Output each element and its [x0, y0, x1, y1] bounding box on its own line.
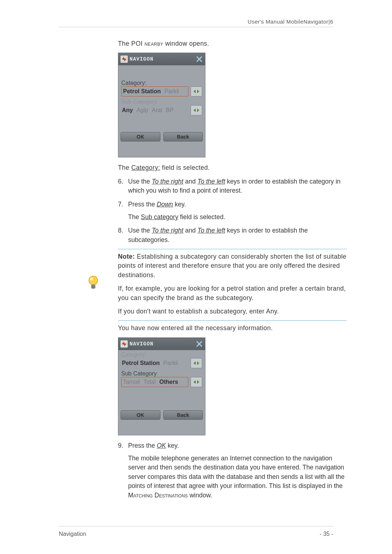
footer-section: Navigation: [59, 531, 86, 537]
step-number: 7.: [118, 200, 123, 209]
text: Press the: [128, 201, 157, 208]
picker-nav-button[interactable]: [191, 105, 202, 115]
text: Use the: [128, 227, 152, 234]
sub-paragraph: The mobile telephone generates an Intern…: [128, 454, 347, 500]
text: window.: [188, 492, 212, 499]
category-label: Category:: [121, 80, 202, 86]
key-name: To the left: [197, 178, 225, 185]
sub-paragraph: The Sub category field is selected.: [128, 213, 347, 222]
text: and: [183, 178, 197, 185]
picker-opt: Aral: [152, 107, 162, 114]
ok-button[interactable]: OK: [121, 132, 160, 141]
paragraph: You have now entered all the necessary i…: [118, 324, 347, 333]
text: Establishing a subcategory can considera…: [118, 253, 346, 279]
svg-point-7: [89, 276, 98, 285]
picker-selected: Any: [122, 107, 133, 114]
note-paragraph: If, for example, you are looking for a p…: [118, 284, 347, 303]
spacer: [118, 388, 205, 408]
page-number: - 35 -: [320, 531, 333, 537]
picker-next: Parkii: [164, 88, 179, 95]
text: key.: [166, 442, 179, 449]
navigon-logo-icon: [121, 56, 128, 63]
category-field: Category: Petrol Station Parkii: [118, 78, 205, 97]
text: field is selected.: [178, 213, 225, 221]
subcategory-picker[interactable]: Tamoil Total Others: [121, 377, 188, 387]
note-paragraph: Note: Establishing a subcategory can con…: [118, 252, 347, 280]
picker-nav-button[interactable]: [191, 358, 202, 368]
picker-selected: Petrol Station: [122, 360, 160, 366]
picker-next: Parkii: [163, 360, 178, 366]
picker-opt: Total: [143, 379, 156, 385]
svg-point-8: [90, 278, 93, 280]
page-header: User's Manual MobileNavigator|6: [248, 19, 333, 25]
svg-marker-6: [197, 108, 199, 112]
step-item-8: 8. Use the To the right and To the left …: [118, 226, 347, 245]
gps-status-icon: [196, 56, 203, 63]
svg-marker-5: [193, 108, 196, 112]
text: key.: [173, 201, 186, 208]
note-block: Note: Establishing a subcategory can con…: [118, 252, 347, 316]
note-rule: [118, 320, 347, 321]
content-area: The POI nearby window opens. NAVIGON Cat…: [118, 39, 347, 504]
phone-titlebar: NAVIGON: [118, 53, 205, 65]
step-item-9: 9. Press the OK key. The mobile telephon…: [118, 441, 347, 500]
brand: NAVIGON: [121, 340, 154, 348]
step-list-2: 9. Press the OK key. The mobile telephon…: [118, 441, 347, 500]
category-picker[interactable]: Petrol Station Parkii: [121, 358, 188, 368]
picker-nav-button[interactable]: [191, 86, 202, 97]
picker-opt: Tamoil: [123, 379, 140, 385]
back-button[interactable]: Back: [163, 132, 203, 141]
gps-status-icon: [196, 340, 203, 348]
text: field is selected.: [160, 164, 210, 171]
note-rule: [118, 249, 347, 249]
category-label: Category:: [121, 352, 202, 358]
ok-button[interactable]: OK: [121, 410, 160, 420]
key-name: To the right: [152, 178, 183, 185]
svg-marker-4: [197, 90, 199, 93]
note-wrapper: Note: Establishing a subcategory can con…: [118, 249, 347, 321]
brand-text: NAVIGON: [130, 56, 154, 62]
spacer: [118, 65, 205, 78]
subcategory-picker[interactable]: Any Agip Aral BP: [121, 106, 188, 115]
text: and: [183, 227, 197, 234]
header-rule: [59, 27, 333, 27]
svg-marker-12: [122, 341, 127, 346]
svg-marker-16: [197, 361, 199, 365]
note-paragraph: If you don't want to establish a subcate…: [118, 307, 347, 316]
step-number: 6.: [118, 177, 123, 186]
softkey-bar: OK Back: [118, 408, 205, 422]
svg-marker-15: [193, 361, 196, 365]
text: window opens.: [163, 40, 209, 47]
picker-selected: Others: [159, 379, 178, 385]
subcategory-label: Sub Category: [121, 99, 202, 105]
page: User's Manual MobileNavigator|6 The POI …: [0, 0, 392, 554]
step-item-6: 6. Use the To the right and To the left …: [118, 177, 347, 196]
text: The: [118, 164, 131, 171]
text-underline: Sub category: [141, 213, 178, 221]
text: The mobile telephone generates an Intern…: [128, 455, 344, 489]
svg-marker-18: [197, 380, 199, 384]
text-smallcaps: nearby: [144, 40, 163, 47]
picker-opt: BP: [166, 107, 173, 114]
softkey-bar: OK Back: [118, 130, 205, 144]
subcategory-field: Sub Category Tamoil Total Others: [118, 369, 205, 388]
phone-screenshot-2: NAVIGON Category: Petrol Station Parkii: [118, 337, 205, 435]
subcategory-label: Sub Category: [121, 370, 202, 377]
footer-rule: [59, 526, 333, 526]
text: The: [128, 213, 141, 221]
category-picker[interactable]: Petrol Station Parkii: [121, 86, 188, 97]
step-number: 8.: [118, 226, 123, 235]
text: The POI: [118, 40, 144, 47]
back-button[interactable]: Back: [163, 410, 203, 420]
picker-opt: Agip: [136, 107, 148, 114]
navigon-logo-icon: [121, 340, 128, 348]
phone-titlebar: NAVIGON: [118, 338, 205, 350]
phone-screenshot-1: NAVIGON Category: Petrol Station Parkii: [118, 53, 205, 157]
step-item-7: 7. Press the Down key. The Sub category …: [118, 200, 347, 222]
svg-rect-9: [91, 285, 95, 288]
brand: NAVIGON: [121, 56, 154, 63]
note-label: Note:: [118, 253, 135, 260]
spacer: [118, 116, 205, 130]
picker-nav-button[interactable]: [191, 377, 202, 387]
svg-marker-3: [193, 90, 196, 93]
